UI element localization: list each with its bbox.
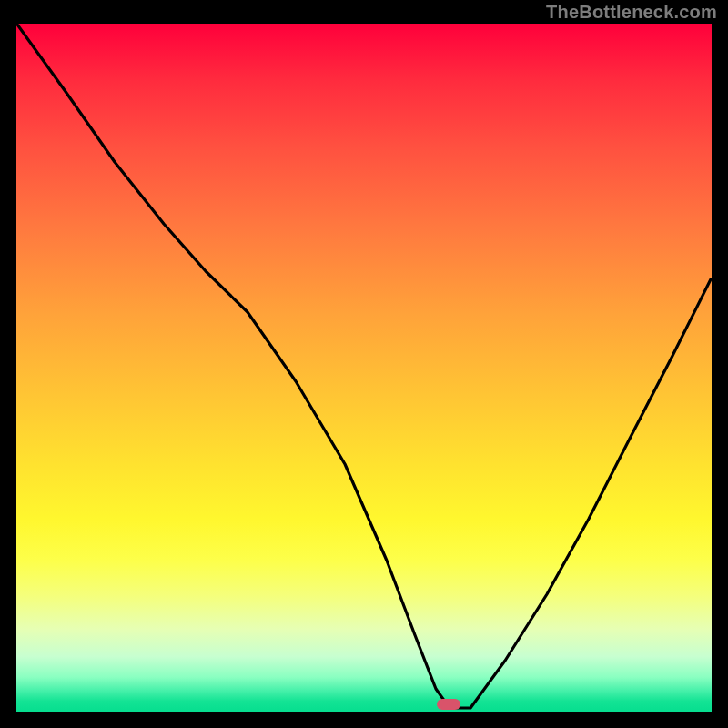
watermark-text: TheBottleneck.com (546, 2, 717, 23)
chart-frame: TheBottleneck.com (0, 0, 728, 728)
bottleneck-curve (16, 24, 712, 712)
plot-area (16, 24, 712, 712)
curve-path (17, 25, 711, 708)
optimal-marker (437, 699, 460, 710)
